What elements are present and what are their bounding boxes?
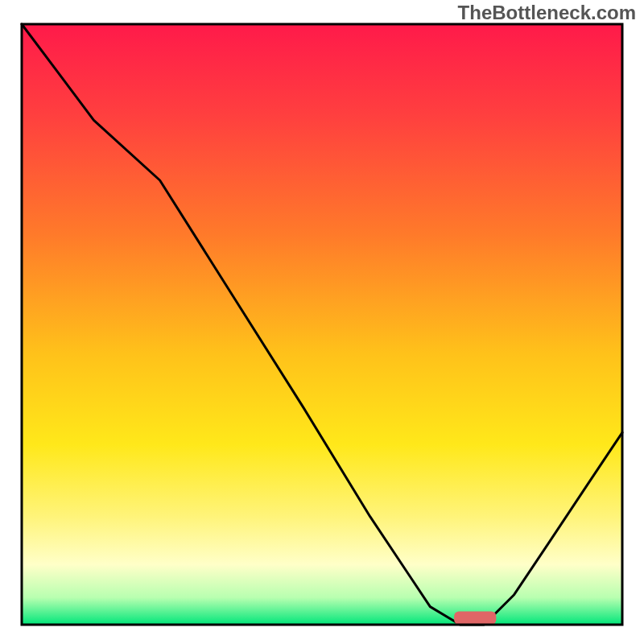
plot-background xyxy=(22,24,622,625)
watermark-text: TheBottleneck.com xyxy=(458,2,636,24)
optimal-zone-marker xyxy=(454,612,496,625)
bottleneck-chart xyxy=(0,0,644,644)
chart-container: TheBottleneck.com xyxy=(0,0,644,644)
